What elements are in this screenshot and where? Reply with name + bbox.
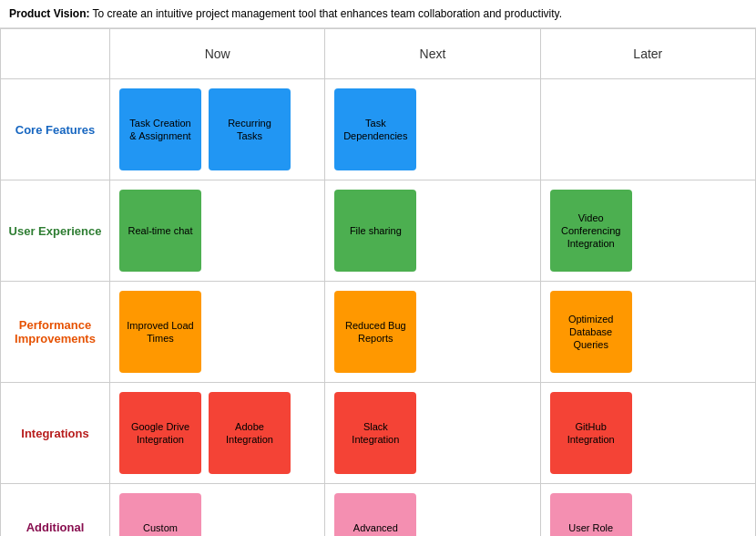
roadmap-grid: Now Next Later Core FeaturesTask Creatio… bbox=[0, 28, 756, 536]
cell-user-experience-next: File sharing bbox=[325, 180, 540, 282]
cell-integrations-next: Slack Integration bbox=[325, 383, 540, 484]
row-label-user-experience: User Experience bbox=[1, 180, 110, 282]
cell-performance-improvements-next: Reduced Bug Reports bbox=[325, 282, 540, 383]
card-user-experience-later-0: Video Conferencing Integration bbox=[550, 190, 632, 272]
row-label-core-features: Core Features bbox=[1, 79, 110, 180]
cell-core-features-later bbox=[541, 79, 756, 180]
card-performance-improvements-later-0: Optimized Database Queries bbox=[550, 291, 632, 373]
col-later: Later bbox=[541, 29, 756, 79]
cell-additional-enhancements-now: Custom Workflows bbox=[110, 484, 325, 536]
cell-core-features-next: Task Dependencies bbox=[325, 79, 540, 180]
card-user-experience-next-0: File sharing bbox=[334, 190, 416, 272]
card-core-features-now-1: Recurring Tasks bbox=[209, 88, 291, 170]
cell-integrations-now: Google Drive IntegrationAdobe Integratio… bbox=[110, 383, 325, 484]
header-text: To create an intuitive project managemen… bbox=[93, 7, 562, 20]
card-user-experience-now-0: Real-time chat bbox=[119, 190, 201, 272]
card-performance-improvements-next-0: Reduced Bug Reports bbox=[334, 291, 416, 373]
row-label-additional-enhancements: Additional Enhancements bbox=[1, 484, 110, 536]
col-next: Next bbox=[325, 29, 540, 79]
cell-additional-enhancements-next: Advanced Reporting bbox=[325, 484, 540, 536]
cell-integrations-later: GitHub Integration bbox=[541, 383, 756, 484]
header: Product Vision: To create an intuitive p… bbox=[0, 0, 756, 28]
cell-performance-improvements-later: Optimized Database Queries bbox=[541, 282, 756, 383]
cell-core-features-now: Task Creation & AssignmentRecurring Task… bbox=[110, 79, 325, 180]
card-performance-improvements-now-0: Improved Load Times bbox=[119, 291, 201, 373]
card-additional-enhancements-later-0: User Role Customization bbox=[550, 493, 632, 536]
col-empty bbox=[1, 29, 110, 79]
cell-user-experience-now: Real-time chat bbox=[110, 180, 325, 282]
card-integrations-later-0: GitHub Integration bbox=[550, 392, 632, 474]
card-additional-enhancements-now-0: Custom Workflows bbox=[119, 493, 201, 536]
col-now: Now bbox=[110, 29, 325, 79]
header-label: Product Vision: bbox=[9, 7, 89, 20]
row-label-integrations: Integrations bbox=[1, 383, 110, 484]
row-label-performance-improvements: Performance Improvements bbox=[1, 282, 110, 383]
card-integrations-now-0: Google Drive Integration bbox=[119, 392, 201, 474]
card-integrations-now-1: Adobe Integration bbox=[209, 392, 291, 474]
cell-additional-enhancements-later: User Role Customization bbox=[541, 484, 756, 536]
card-core-features-next-0: Task Dependencies bbox=[334, 88, 416, 170]
card-additional-enhancements-next-0: Advanced Reporting bbox=[334, 493, 416, 536]
card-core-features-now-0: Task Creation & Assignment bbox=[119, 88, 201, 170]
card-integrations-next-0: Slack Integration bbox=[334, 392, 416, 474]
cell-user-experience-later: Video Conferencing Integration bbox=[541, 180, 756, 282]
cell-performance-improvements-now: Improved Load Times bbox=[110, 282, 325, 383]
